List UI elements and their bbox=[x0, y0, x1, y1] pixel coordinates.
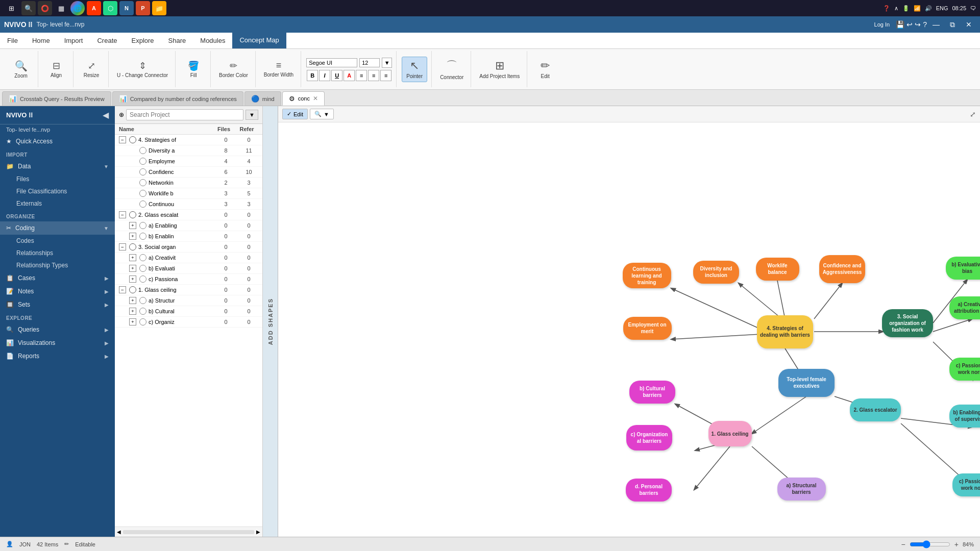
sidebar-item-notes[interactable]: 📝 Notes ▶ bbox=[0, 285, 115, 298]
sidebar-item-reports[interactable]: 📄 Reports ▶ bbox=[0, 349, 115, 363]
expand-icon[interactable]: + bbox=[129, 297, 136, 304]
minimize-button[interactable]: — bbox=[929, 19, 943, 30]
tree-row[interactable]: − 3. Social organ 0 0 bbox=[115, 242, 262, 253]
concept-node[interactable]: b) Cultural barriers bbox=[629, 381, 675, 404]
taskbar-adobe[interactable]: A bbox=[87, 1, 101, 15]
expand-icon[interactable]: − bbox=[119, 136, 126, 143]
underline-button[interactable]: U bbox=[331, 70, 342, 81]
tab-conc-close[interactable]: ✕ bbox=[313, 95, 318, 102]
concept-node[interactable]: d. Personal barriers bbox=[626, 479, 672, 502]
concept-node[interactable]: Employment on merit bbox=[623, 317, 672, 340]
tab-mind[interactable]: 🔵 mind bbox=[244, 91, 281, 106]
taskbar-taskview[interactable]: ▦ bbox=[54, 1, 68, 15]
sidebar-item-visualizations[interactable]: 📊 Visualizations ▶ bbox=[0, 336, 115, 349]
change-connector-button[interactable]: ⇕ U - Change Connector bbox=[114, 58, 171, 81]
font-color-button[interactable]: A bbox=[344, 70, 355, 81]
expand-icon[interactable]: + bbox=[129, 254, 136, 261]
codes-search-button[interactable]: ▼ bbox=[246, 110, 258, 120]
concept-node[interactable]: 1. Glass ceiling bbox=[708, 421, 752, 446]
taskbar-powerpoint[interactable]: P bbox=[136, 1, 150, 15]
concept-node[interactable]: c) Passionate work norms bbox=[952, 473, 980, 496]
tree-row[interactable]: Continuou 3 3 bbox=[115, 199, 262, 210]
expand-icon[interactable]: − bbox=[119, 243, 126, 251]
expand-icon[interactable]: + bbox=[129, 308, 136, 315]
align-center-button[interactable]: ≡ bbox=[368, 70, 379, 81]
tree-row[interactable]: Worklife b 3 5 bbox=[115, 188, 262, 199]
fill-button[interactable]: 🪣 Fill bbox=[181, 58, 206, 81]
concept-node[interactable]: c) Organization al barriers bbox=[626, 425, 672, 450]
close-button[interactable]: ✕ bbox=[962, 19, 976, 30]
taskbar-expand[interactable]: ∧ bbox=[894, 5, 898, 12]
tree-row[interactable]: − 2. Glass escalat 0 0 bbox=[115, 210, 262, 220]
sidebar-subitem-codes[interactable]: Codes bbox=[0, 235, 115, 247]
font-size-selector[interactable] bbox=[359, 58, 380, 67]
expand-icon[interactable]: + bbox=[129, 222, 136, 229]
taskbar-nvivo[interactable]: N bbox=[119, 1, 134, 15]
start-button[interactable]: ⊞ bbox=[4, 1, 18, 15]
tree-row[interactable]: Networkin 2 3 bbox=[115, 178, 262, 188]
border-color-button[interactable]: ✏ Border Color bbox=[216, 58, 251, 81]
sidebar-subitem-files[interactable]: Files bbox=[0, 173, 115, 185]
sidebar-quick-access[interactable]: ★ Quick Access bbox=[0, 135, 115, 148]
tree-row[interactable]: Diversity a 8 11 bbox=[115, 145, 262, 156]
taskbar-chrome[interactable]: 🌐 bbox=[70, 1, 85, 15]
concept-node[interactable]: 4. Strategies of dealing with barriers bbox=[757, 315, 813, 348]
zoom-plus-button[interactable]: + bbox=[954, 540, 959, 548]
tree-row[interactable]: + c) Passiona 0 0 bbox=[115, 274, 262, 285]
expand-icon[interactable]: + bbox=[129, 318, 136, 325]
taskbar-volume[interactable]: 🔊 bbox=[925, 5, 932, 12]
horizontal-scrollbar[interactable] bbox=[123, 530, 254, 534]
scroll-left-icon[interactable]: ◀ bbox=[117, 529, 121, 535]
taskbar-pycharm[interactable]: ⬡ bbox=[103, 1, 117, 15]
sidebar-collapse-button[interactable]: ◀ bbox=[103, 110, 109, 120]
tree-row[interactable]: Employme 4 4 bbox=[115, 156, 262, 167]
tree-row[interactable]: + a) Creativit 0 0 bbox=[115, 253, 262, 263]
menu-concept-map[interactable]: Concept Map bbox=[232, 33, 286, 48]
expand-icon[interactable]: − bbox=[119, 286, 126, 293]
concept-node[interactable]: b) Enabling role of supervisors bbox=[949, 405, 980, 428]
concept-node[interactable]: Confidence and Aggressiveness bbox=[819, 255, 865, 283]
menu-modules[interactable]: Modules bbox=[193, 33, 232, 48]
restore-button[interactable]: ⧉ bbox=[945, 19, 960, 30]
icon-undo[interactable]: ↩ bbox=[906, 20, 913, 29]
login-text[interactable]: Log In bbox=[874, 21, 890, 28]
tree-row[interactable]: + b) Evaluati 0 0 bbox=[115, 263, 262, 274]
menu-create[interactable]: Create bbox=[90, 33, 124, 48]
canvas-edit-button[interactable]: ✓ Edit bbox=[282, 109, 308, 119]
menu-explore[interactable]: Explore bbox=[125, 33, 161, 48]
menu-share[interactable]: Share bbox=[161, 33, 193, 48]
fullscreen-button[interactable]: ⤢ bbox=[970, 110, 976, 118]
canvas-zoom-button[interactable]: 🔍 ▼ bbox=[310, 109, 334, 119]
sidebar-subitem-file-classifications[interactable]: File Classifications bbox=[0, 185, 115, 197]
codes-search-input[interactable] bbox=[126, 109, 243, 120]
add-project-items-button[interactable]: ⊞ Add Project Items bbox=[476, 57, 523, 82]
scroll-right-icon[interactable]: ▶ bbox=[256, 529, 260, 535]
concept-node[interactable]: a) Creativity attribution bias bbox=[949, 296, 980, 319]
tab-compared[interactable]: 📊 Compared by number of coding reference… bbox=[112, 91, 243, 106]
edit-button[interactable]: ✏ Edit bbox=[532, 57, 558, 82]
zoom-minus-button[interactable]: − bbox=[901, 540, 905, 548]
tab-conc[interactable]: ⚙ conc ✕ bbox=[282, 91, 325, 106]
concept-node[interactable]: a) Structural barriers bbox=[777, 478, 826, 500]
taskbar-question[interactable]: ❓ bbox=[883, 5, 890, 12]
align-button[interactable]: ⊟ Align bbox=[43, 58, 69, 81]
border-width-button[interactable]: ≡ Border Width bbox=[261, 58, 297, 80]
taskbar-files[interactable]: 📁 bbox=[152, 1, 166, 15]
expand-icon[interactable]: + bbox=[129, 233, 136, 240]
expand-icon[interactable]: + bbox=[129, 276, 136, 283]
tree-row[interactable]: + c) Organiz 0 0 bbox=[115, 317, 262, 328]
icon-help[interactable]: ? bbox=[923, 20, 927, 29]
tree-row[interactable]: + a) Enabling 0 0 bbox=[115, 220, 262, 231]
sidebar-item-data[interactable]: 📁 Data ▼ bbox=[0, 160, 115, 173]
zoom-button[interactable]: 🔍 Zoom bbox=[8, 58, 34, 81]
tab-crosstab[interactable]: 📊 Crosstab Query - Results Preview bbox=[2, 91, 111, 106]
font-selector[interactable] bbox=[306, 58, 357, 67]
concept-node[interactable]: b) Evaluative bias bbox=[946, 257, 981, 280]
icon-save[interactable]: 💾 bbox=[896, 20, 904, 29]
sidebar-item-coding[interactable]: ✂ Coding ▼ bbox=[0, 221, 115, 235]
concept-node[interactable]: Worklife balance bbox=[756, 258, 799, 281]
concept-node[interactable]: Diversity and inclusion bbox=[693, 261, 739, 284]
italic-button[interactable]: I bbox=[319, 70, 330, 81]
add-shapes-panel[interactable]: ADD SHAPES bbox=[263, 106, 278, 537]
expand-icon[interactable]: − bbox=[119, 211, 126, 218]
